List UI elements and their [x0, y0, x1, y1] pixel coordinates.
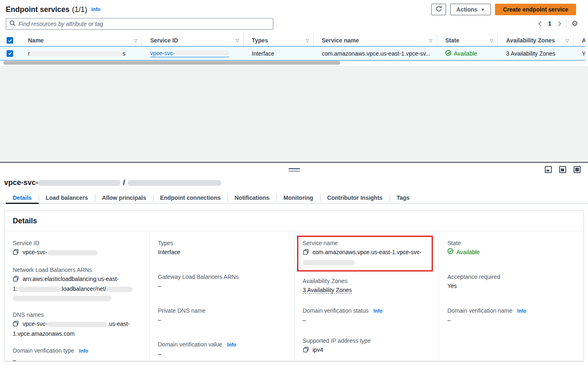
header-info-link[interactable]: Info	[91, 7, 100, 12]
field-label: Network Load Balancers ARNs	[13, 265, 141, 274]
refresh-button[interactable]	[431, 4, 446, 15]
availability-zones-link[interactable]: 3 Availability Zones	[506, 50, 555, 57]
field-supported-ip: Supported IP address type ipv4	[303, 336, 431, 355]
redacted-text	[303, 260, 355, 265]
search-row	[6, 18, 273, 30]
field-label: Service ID	[13, 239, 141, 248]
field-domain-verification-type: Domain verification type Info –	[13, 346, 141, 365]
column-header-types[interactable]: Types ▽	[244, 35, 314, 46]
page-number[interactable]: 1	[548, 20, 551, 27]
panel-tabs: Details Load balancers Allow principals …	[0, 192, 588, 204]
domain-verification-value-info-link[interactable]: Info	[227, 342, 236, 348]
tab-notifications[interactable]: Notifications	[228, 192, 277, 204]
tab-tags[interactable]: Tags	[390, 192, 417, 204]
service-id-link[interactable]: vpce-svc-	[150, 50, 229, 57]
tab-endpoint-connections[interactable]: Endpoint connections	[153, 192, 228, 204]
copy-icon[interactable]	[13, 275, 19, 284]
dns-name-text: .us-east-	[107, 321, 130, 327]
tab-load-balancers[interactable]: Load balancers	[39, 192, 95, 204]
status-available-icon	[445, 50, 451, 57]
table-preferences-gear-icon[interactable]: ⚙	[572, 20, 578, 27]
column-label: Service ID	[150, 37, 178, 44]
field-value: –	[158, 349, 286, 358]
service-id-text: vpce-svc-	[150, 50, 175, 56]
field-label: Availability Zones	[303, 276, 431, 285]
tab-contributor-insights[interactable]: Contributor Insights	[320, 192, 390, 204]
details-heading: Details	[5, 211, 583, 231]
domain-verification-type-info-link[interactable]: Info	[79, 348, 88, 354]
column-header-name[interactable]: Name ▽	[20, 35, 142, 46]
service-id-value: vpce-svc-	[23, 249, 47, 255]
next-page-icon[interactable]	[556, 21, 561, 26]
column-label: Availability Zones	[506, 37, 555, 44]
column-header-service-name[interactable]: Service name ▽	[314, 35, 437, 46]
horizontal-scrollbar-thumb[interactable]	[3, 61, 340, 65]
details-columns: Service ID vpce-svc- Network Load Balanc…	[5, 231, 583, 360]
previous-page-icon[interactable]	[538, 21, 544, 26]
copy-icon[interactable]	[303, 346, 309, 355]
cell-name: rs	[20, 50, 142, 57]
cell-service-id: vpce-svc-	[142, 50, 244, 57]
copy-icon[interactable]	[303, 248, 309, 257]
sort-icon[interactable]: ▽	[429, 38, 432, 43]
redacted-text	[175, 50, 229, 56]
sort-icon[interactable]: ▽	[566, 38, 569, 43]
field-label: Private DNS name	[158, 306, 286, 315]
redacted-text	[30, 51, 123, 56]
column-header-availability-zones[interactable]: Availability Zones ▽	[498, 35, 574, 46]
column-label: Service name	[322, 37, 359, 44]
page-header: Endpoint services (1/1) Info Actions ▼ C…	[6, 4, 576, 15]
sort-icon[interactable]: ▽	[134, 38, 137, 43]
field-service-name: Service name com.amazonaws.vpce.us-east-…	[303, 239, 429, 267]
field-domain-verification-status: Domain verification status Info –	[303, 306, 431, 325]
create-endpoint-service-button[interactable]: Create endpoint service	[495, 4, 576, 15]
field-label: State	[447, 239, 575, 248]
copy-icon[interactable]	[13, 248, 19, 257]
split-panel: vpce-svc-/ Details Load balancers Allow …	[0, 163, 588, 365]
field-value: –	[13, 356, 141, 365]
details-column-4: State Available Acceptance required Yes	[439, 231, 583, 365]
column-header-service-id[interactable]: Service ID ▽	[142, 35, 244, 46]
sort-icon[interactable]: ▽	[490, 38, 493, 43]
row-checkbox[interactable]	[7, 50, 13, 57]
field-state: State Available	[447, 239, 575, 257]
field-glb-arns: Gateway Load Balancers ARNs –	[158, 272, 286, 290]
panel-size-large-icon[interactable]	[574, 166, 581, 173]
search-input[interactable]	[19, 21, 270, 27]
search-box[interactable]	[6, 18, 273, 30]
tab-details[interactable]: Details	[6, 192, 39, 204]
pagination: 1 ⚙	[539, 19, 578, 28]
field-service-id: Service ID vpce-svc-	[13, 239, 141, 257]
horizontal-scrollbar-track[interactable]	[3, 61, 585, 65]
header-actions: Actions ▼ Create endpoint service	[431, 4, 576, 15]
sort-icon[interactable]: ▽	[306, 38, 309, 43]
field-domain-verification-value: Domain verification value Info –	[158, 340, 286, 358]
panel-title-prefix: vpce-svc-	[4, 178, 38, 187]
actions-button[interactable]: Actions ▼	[450, 4, 491, 15]
domain-verification-name-info-link[interactable]: Info	[517, 308, 526, 314]
refresh-icon	[435, 5, 442, 14]
status-available-icon	[447, 248, 453, 257]
panel-drag-handle[interactable]	[288, 168, 300, 172]
field-label: Domain verification type	[13, 347, 74, 354]
field-domain-verification-name: Domain verification name Info –	[447, 306, 575, 325]
field-value: –	[158, 281, 286, 290]
redacted-text	[47, 322, 107, 327]
copy-icon[interactable]	[13, 320, 19, 329]
domain-verification-status-info-link[interactable]: Info	[374, 308, 383, 314]
redacted-text	[128, 180, 221, 186]
table-row[interactable]: rs vpce-svc- Interface com.amazonaws.vpc…	[0, 46, 588, 61]
row-select-cell	[0, 47, 20, 60]
select-all-checkbox[interactable]	[7, 37, 13, 44]
tab-monitoring[interactable]: Monitoring	[277, 192, 320, 204]
page-background	[0, 66, 588, 162]
panel-title: vpce-svc-/	[4, 178, 221, 187]
cell-availability-zones: 3 Availability Zones	[498, 50, 574, 57]
column-header-state[interactable]: State ▽	[437, 35, 498, 46]
panel-size-small-icon[interactable]	[545, 166, 552, 173]
panel-size-medium-icon[interactable]	[559, 166, 566, 173]
tab-allow-principals[interactable]: Allow principals	[95, 192, 153, 204]
availability-zones-link[interactable]: 3 Availability Zones	[303, 287, 352, 294]
sort-icon[interactable]: ▽	[236, 38, 239, 43]
field-types: Types Interface	[158, 239, 286, 257]
